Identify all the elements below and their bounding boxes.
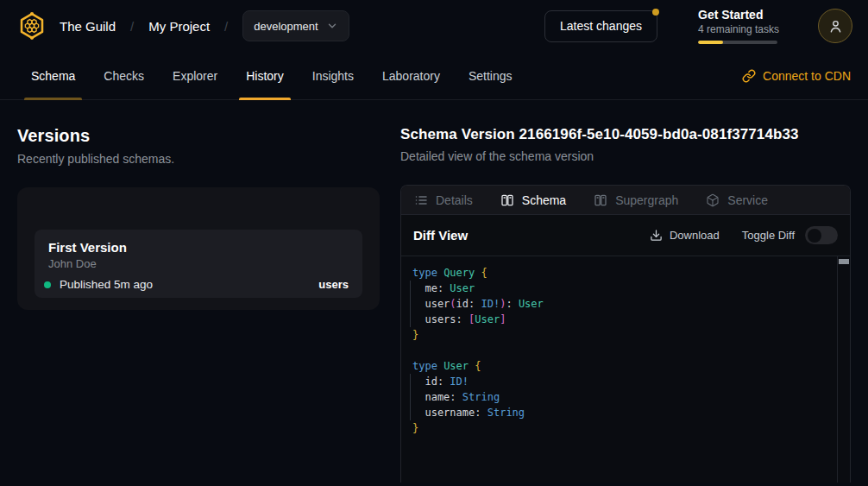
versions-title: Versions: [17, 126, 380, 146]
hive-logo-icon[interactable]: [17, 11, 47, 41]
breadcrumb: The Guild / My Project / development: [60, 10, 349, 41]
tab-insights[interactable]: Insights: [305, 52, 361, 99]
versions-subtitle: Recently published schemas.: [17, 152, 380, 166]
get-started-widget[interactable]: Get Started 4 remaining tasks: [698, 8, 777, 44]
schema-code-viewer: type Query { me: User user(id: ID!): Use…: [401, 256, 850, 483]
indent-guide: [410, 374, 411, 420]
code-line: type Query {: [412, 265, 839, 281]
toggle-diff-switch[interactable]: [805, 226, 838, 244]
project-name[interactable]: My Project: [148, 19, 210, 34]
org-name[interactable]: The Guild: [60, 19, 116, 34]
scrollbar[interactable]: [837, 256, 850, 483]
main-content: Versions Recently published schemas. Fir…: [0, 100, 868, 483]
user-avatar[interactable]: [818, 9, 852, 43]
code-line: }: [412, 327, 839, 343]
code-line: id: ID!: [412, 374, 839, 389]
schema-card: Details Schema Supergraph Service: [400, 185, 851, 483]
breadcrumb-separator: /: [130, 19, 134, 34]
get-started-progressbar: [698, 41, 777, 44]
connect-cdn-link[interactable]: Connect to CDN: [742, 52, 851, 99]
tab-supergraph[interactable]: Supergraph: [594, 193, 678, 207]
code-line: }: [412, 420, 839, 436]
detail-tabs: Details Schema Supergraph Service: [401, 186, 850, 215]
columns-icon: [500, 193, 514, 207]
diff-toolbar: Diff View Download Toggle Diff: [401, 215, 850, 256]
tab-schema[interactable]: Schema: [24, 52, 82, 99]
cube-icon: [706, 193, 720, 207]
tab-service[interactable]: Service: [706, 193, 768, 207]
diff-view-title: Diff View: [413, 228, 468, 243]
project-nav: Schema Checks Explorer History Insights …: [0, 52, 868, 100]
code-line: me: User: [412, 281, 839, 296]
code-line: users: [User]: [412, 312, 839, 327]
detail-subtitle: Detailed view of the schema version: [400, 149, 851, 163]
notification-dot: [652, 9, 659, 16]
version-author: John Doe: [48, 257, 349, 270]
columns-icon: [594, 193, 607, 207]
breadcrumb-separator: /: [224, 19, 228, 34]
code-block[interactable]: type Query { me: User user(id: ID!): Use…: [401, 256, 850, 445]
get-started-title: Get Started: [698, 8, 777, 22]
scrollbar-thumb[interactable]: [839, 259, 849, 264]
chevron-down-icon: [326, 20, 338, 32]
version-status: Published 5m ago: [60, 278, 153, 291]
person-icon: [827, 18, 844, 35]
environment-value: development: [254, 20, 318, 33]
download-button[interactable]: Download: [650, 229, 720, 242]
environment-selector[interactable]: development: [242, 10, 349, 41]
toggle-diff-label: Toggle Diff: [742, 229, 795, 242]
header-actions: Latest changes Get Started 4 remaining t…: [544, 8, 852, 44]
versions-list: First Version John Doe Published 5m ago …: [17, 187, 380, 310]
version-item[interactable]: First Version John Doe Published 5m ago …: [35, 230, 362, 298]
code-line: user(id: ID!): User: [412, 296, 839, 312]
code-line: [412, 343, 839, 358]
detail-title: Schema Version 2166196f-5e10-4059-bd0a-0…: [400, 126, 851, 143]
tab-checks[interactable]: Checks: [97, 52, 151, 99]
tab-details[interactable]: Details: [414, 193, 473, 207]
progress-fill: [698, 41, 723, 44]
code-line: username: String: [412, 405, 839, 420]
tab-laboratory[interactable]: Laboratory: [375, 52, 447, 99]
tab-explorer[interactable]: Explorer: [166, 52, 224, 99]
version-detail-panel: Schema Version 2166196f-5e10-4059-bd0a-0…: [400, 126, 851, 483]
latest-changes-button[interactable]: Latest changes: [544, 10, 657, 42]
tab-settings[interactable]: Settings: [462, 52, 519, 99]
service-name: users: [318, 278, 349, 291]
versions-panel: Versions Recently published schemas. Fir…: [17, 126, 380, 483]
link-icon: [742, 69, 756, 83]
code-line: type User {: [412, 358, 839, 374]
published-dot: [44, 281, 51, 288]
indent-guide: [410, 281, 411, 327]
top-header: The Guild / My Project / development Lat…: [0, 0, 868, 52]
project-tabs: Schema Checks Explorer History Insights …: [24, 52, 519, 99]
get-started-subtitle: 4 remaining tasks: [698, 23, 777, 35]
app: The Guild / My Project / development Lat…: [0, 0, 868, 486]
code-line: name: String: [412, 389, 839, 405]
list-icon: [414, 193, 428, 207]
tab-schema-view[interactable]: Schema: [500, 193, 566, 207]
version-name: First Version: [48, 240, 349, 255]
download-icon: [650, 229, 663, 242]
tab-history[interactable]: History: [239, 52, 291, 99]
